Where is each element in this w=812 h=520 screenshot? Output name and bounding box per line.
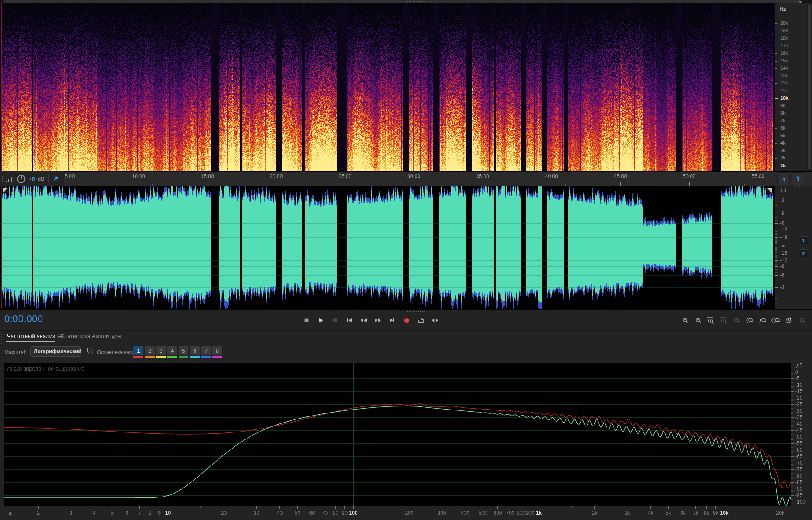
fast-forward-icon bbox=[374, 317, 382, 323]
level-meter-icon[interactable] bbox=[6, 176, 14, 182]
zoom-in-horizontal-icon bbox=[707, 316, 715, 324]
play-icon bbox=[317, 317, 324, 324]
frequency-axis-label: 15k bbox=[780, 58, 788, 63]
frequency-axis-tick bbox=[775, 46, 777, 46]
fade-in-handle[interactable] bbox=[3, 188, 8, 193]
channel-2-button[interactable]: 2 bbox=[799, 249, 808, 257]
tab-frequency-analysis[interactable]: Частотный анализ bbox=[7, 333, 63, 339]
zoom-out-horizontal-button[interactable] bbox=[719, 316, 728, 325]
monitor-knob-icon[interactable] bbox=[16, 174, 26, 184]
frame-hold-button-6[interactable]: 6 bbox=[190, 346, 200, 358]
waveform-display[interactable] bbox=[0, 186, 775, 309]
pause-icon bbox=[332, 317, 338, 323]
frequency-axis-label: 6k bbox=[780, 125, 786, 130]
record-icon bbox=[403, 317, 410, 324]
frequency-axis-label: 14k bbox=[780, 65, 788, 71]
skip-back-button[interactable] bbox=[345, 316, 354, 325]
spectrogram-display[interactable] bbox=[0, 3, 775, 171]
frame-hold-color bbox=[212, 356, 222, 358]
frequency-axis-label: 7k bbox=[780, 118, 786, 123]
tab-label: Частотный анализ bbox=[7, 333, 55, 339]
stop-button[interactable] bbox=[302, 316, 311, 325]
zoom-selection-icon bbox=[771, 316, 780, 324]
zoom-in-vertical-button[interactable] bbox=[680, 316, 689, 325]
panel-grip[interactable] bbox=[406, 0, 425, 3]
spectral-frequency-axis[interactable]: Hz 20k19k18k17k16k15k14k13k12k11k10k9k8k… bbox=[775, 3, 807, 171]
transport-buttons bbox=[302, 316, 439, 325]
zoom-out-vertical-button[interactable] bbox=[693, 316, 702, 325]
frequency-axis-label: 11k bbox=[780, 88, 788, 93]
zoom-duration-button[interactable] bbox=[784, 316, 793, 325]
plot-frequency-ruler[interactable] bbox=[4, 506, 791, 517]
time-display[interactable]: 0:00.000 bbox=[4, 313, 43, 325]
frame-hold-number: 2 bbox=[145, 346, 155, 355]
scale-dropdown[interactable]: Логарифмический bbox=[30, 346, 81, 357]
zoom-out-point-button[interactable] bbox=[758, 316, 767, 325]
zoom-out-vertical-icon bbox=[694, 316, 702, 324]
frequency-axis-tick bbox=[775, 128, 777, 129]
amplitude-axis-ruler[interactable] bbox=[775, 186, 812, 309]
frequency-axis-tick bbox=[775, 53, 777, 54]
frame-hold-buttons: 12345678 bbox=[133, 346, 222, 358]
copy-graph-button[interactable] bbox=[86, 347, 94, 355]
panel-menu-arrow-icon[interactable] bbox=[799, 1, 802, 3]
gain-value[interactable]: +0 bbox=[29, 176, 35, 182]
fade-out-handle[interactable] bbox=[767, 188, 772, 193]
frame-hold-button-3[interactable]: 3 bbox=[156, 346, 166, 358]
pause-button[interactable] bbox=[331, 316, 339, 325]
rewind-icon bbox=[360, 317, 367, 323]
frequency-axis-tick bbox=[775, 68, 777, 69]
fast-forward-button[interactable] bbox=[374, 316, 382, 325]
frame-hold-button-7[interactable]: 7 bbox=[201, 346, 211, 358]
channel-1-button[interactable]: 1 bbox=[799, 236, 808, 244]
zoom-navigator[interactable] bbox=[0, 0, 812, 3]
zoom-navigator-bar[interactable] bbox=[3, 0, 801, 3]
skip-forward-button[interactable] bbox=[388, 316, 396, 325]
zoom-in-point-button[interactable] bbox=[745, 316, 754, 325]
marker-pin-button[interactable] bbox=[792, 172, 804, 185]
vertical-scrollbar-thumb[interactable] bbox=[808, 4, 811, 169]
zoom-in-point-icon bbox=[746, 316, 754, 324]
plot-corner bbox=[791, 506, 812, 517]
play-button[interactable] bbox=[316, 316, 325, 325]
zoom-tools bbox=[680, 316, 806, 325]
frequency-axis-unit: Hz bbox=[780, 6, 786, 12]
frequency-axis-label: 20k bbox=[780, 20, 788, 26]
zoom-in-horizontal-button[interactable] bbox=[706, 316, 715, 325]
ruler-right-buttons bbox=[777, 172, 804, 185]
pin-icon[interactable] bbox=[52, 176, 59, 182]
frame-hold-button-8[interactable]: 8 bbox=[212, 346, 222, 358]
frame-hold-button-1[interactable]: 1 bbox=[133, 346, 143, 358]
zoom-in-vertical-icon bbox=[681, 316, 689, 324]
rewind-button[interactable] bbox=[359, 316, 368, 325]
active-tab-underline bbox=[6, 341, 55, 342]
panel-grip[interactable] bbox=[406, 311, 425, 313]
tab-amplitude-statistics[interactable]: Статистика Амплитуды bbox=[61, 333, 121, 339]
amplitude-axis[interactable] bbox=[775, 186, 812, 309]
snap-magnet-button[interactable] bbox=[777, 172, 790, 185]
frame-hold-button-5[interactable]: 5 bbox=[179, 346, 188, 358]
plot-db-ruler[interactable] bbox=[791, 361, 812, 509]
frame-hold-number: 8 bbox=[212, 346, 222, 355]
frame-hold-color bbox=[167, 356, 177, 358]
stop-icon bbox=[303, 317, 309, 323]
record-button[interactable] bbox=[402, 316, 411, 325]
frequency-axis-label: 10k bbox=[780, 95, 788, 101]
frequency-axis-tick bbox=[775, 23, 777, 24]
frequency-analysis-plot[interactable] bbox=[4, 363, 791, 506]
skip-forward-icon bbox=[389, 317, 396, 324]
timeline-ruler[interactable] bbox=[0, 172, 812, 187]
separator bbox=[48, 175, 49, 183]
shuttle-button[interactable] bbox=[431, 316, 439, 325]
timeline-ruler-wrap bbox=[0, 171, 812, 187]
frame-hold-button-2[interactable]: 2 bbox=[145, 346, 155, 358]
zoom-full-button[interactable] bbox=[797, 316, 806, 325]
zoom-selection-button[interactable] bbox=[771, 316, 780, 325]
frame-hold-button-4[interactable]: 4 bbox=[167, 346, 177, 358]
copy-graph-icon bbox=[86, 348, 93, 354]
loop-playback-button[interactable] bbox=[416, 316, 425, 325]
frequency-axis-tick bbox=[775, 61, 777, 62]
frame-hold-color bbox=[156, 356, 166, 358]
zoom-reset-button[interactable] bbox=[732, 316, 741, 325]
drag-grip-icon[interactable] bbox=[1, 176, 3, 182]
